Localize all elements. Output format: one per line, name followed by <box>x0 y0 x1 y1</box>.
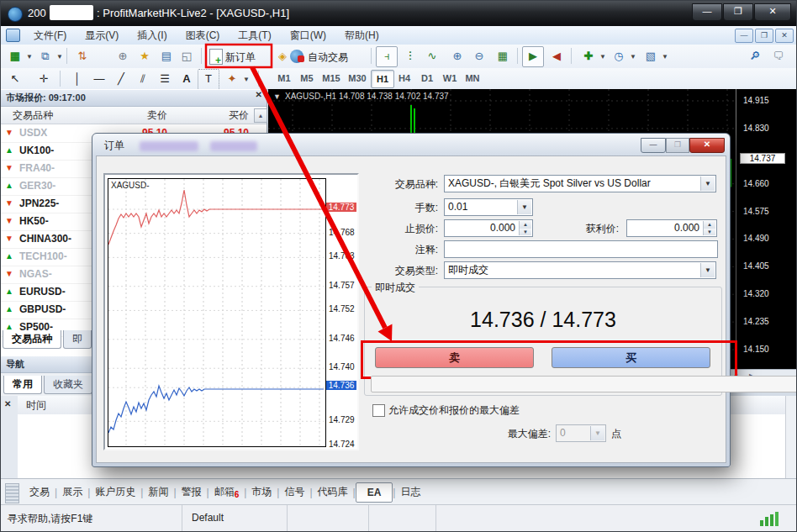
timeframe-M15[interactable]: M15 <box>319 70 344 87</box>
column-symbol[interactable]: 交易品种 <box>13 108 53 123</box>
bottom-tab-日志[interactable]: 日志 <box>395 482 425 502</box>
volume-select[interactable]: 0.01 ▼ <box>444 198 533 216</box>
minimize-button[interactable]: — <box>692 3 722 21</box>
dock-grip-icon[interactable] <box>5 483 19 503</box>
line-chart-mode-icon[interactable]: ∿ <box>421 46 443 67</box>
new-order-button[interactable]: + 新订单 <box>208 46 270 66</box>
bottom-tab-新闻[interactable]: 新闻 <box>143 482 173 502</box>
shapes-dropdown-icon[interactable]: ▼ <box>243 76 250 83</box>
bar-chart-mode-icon[interactable]: ⫞ <box>376 46 398 67</box>
chart-collapse-icon[interactable]: ▼ <box>273 92 281 101</box>
chart-shift-icon[interactable]: ◀ <box>546 46 567 67</box>
timeframe-MN[interactable]: MN <box>462 70 483 87</box>
text-tool-icon[interactable]: A <box>176 69 198 90</box>
channel-tool-icon[interactable]: ⫽ <box>132 69 154 90</box>
indicators-icon[interactable]: ✚ <box>578 46 599 67</box>
market-watch-close-icon[interactable]: ✕ <box>256 90 262 99</box>
timeframe-M5[interactable]: M5 <box>296 70 318 87</box>
volume-dropdown-icon[interactable]: ▼ <box>517 200 531 214</box>
stop-loss-input[interactable]: 0.000 ▲▼ <box>444 219 533 237</box>
bottom-tab-交易[interactable]: 交易 <box>24 482 55 502</box>
templates-icon[interactable]: ▧ <box>640 46 662 67</box>
buy-button[interactable]: 买 <box>552 347 710 368</box>
order-type-dropdown-icon[interactable]: ▼ <box>700 263 715 277</box>
terminal-close-icon[interactable]: ✕ <box>4 399 11 408</box>
scroll-up-icon[interactable]: ▲ <box>254 108 267 123</box>
zoom-out-icon[interactable]: ⊖ <box>468 46 490 67</box>
cursor-tool-icon[interactable]: ↖ <box>4 69 26 90</box>
new-chart-dropdown-icon[interactable]: ▼ <box>26 53 33 61</box>
profiles-dropdown-icon[interactable]: ▼ <box>56 53 63 61</box>
periods-dropdown-icon[interactable]: ▼ <box>630 53 636 61</box>
zoom-in-icon[interactable]: ⊕ <box>446 46 468 67</box>
crosshair-target-icon[interactable]: ⊕ <box>112 46 134 67</box>
bottom-tab-代码库[interactable]: 代码库 <box>313 482 353 502</box>
symbol-dropdown-icon[interactable]: ▼ <box>700 176 715 191</box>
take-profit-spinner[interactable]: ▲▼ <box>703 221 715 235</box>
symbol-select[interactable]: XAGUSD-, 白银美元 Spot Silver vs US Dollar ▼ <box>444 175 716 192</box>
bottom-tab-邮箱[interactable]: 邮箱6 <box>209 482 245 502</box>
maximize-button[interactable]: ❐ <box>723 3 753 21</box>
timeframe-W1[interactable]: W1 <box>439 70 461 87</box>
bottom-tab-市场[interactable]: 市场 <box>246 482 277 502</box>
menu-item[interactable]: 文件(F) <box>24 29 76 43</box>
search-icon[interactable]: 🔎︎ <box>744 46 766 67</box>
timeframe-M30[interactable]: M30 <box>345 70 370 87</box>
close-button[interactable]: ✕ <box>754 3 791 21</box>
take-profit-input[interactable]: 0.000 ▲▼ <box>626 219 717 237</box>
child-restore-button[interactable]: ❐ <box>755 29 773 43</box>
tile-windows-icon[interactable]: ▦ <box>492 46 514 67</box>
favorites-folder-icon[interactable]: ★ <box>134 46 156 67</box>
bottom-tab-账户历史[interactable]: 账户历史 <box>90 482 140 502</box>
data-window-icon[interactable]: ◱ <box>176 46 198 67</box>
menu-item[interactable]: 显示(V) <box>76 29 128 43</box>
terminal-scrollbar[interactable] <box>785 396 797 478</box>
bottom-tab-警报[interactable]: 警报 <box>177 482 207 502</box>
menu-item[interactable]: 工具(T) <box>229 29 280 43</box>
tick-chart-icon[interactable]: ⇅ <box>71 46 93 67</box>
timeframe-H1[interactable]: H1 <box>371 70 394 88</box>
menu-item[interactable]: 图表(C) <box>177 29 230 43</box>
new-chart-icon[interactable]: ▦ <box>4 46 26 67</box>
periods-clock-icon[interactable]: ◷ <box>608 46 630 67</box>
bottom-tab-展示[interactable]: 展示 <box>57 482 87 502</box>
stop-loss-spinner[interactable]: ▲▼ <box>519 221 531 235</box>
market-watch-panel-icon[interactable]: ▤ <box>156 46 177 67</box>
dialog-close-button[interactable]: ✕ <box>689 138 725 153</box>
horizontal-line-tool-icon[interactable]: — <box>88 69 110 90</box>
dialog-minimize-button[interactable]: — <box>641 138 666 153</box>
fibonacci-tool-icon[interactable]: ☰ <box>154 69 176 90</box>
comment-input[interactable] <box>444 240 718 258</box>
child-window-icon[interactable] <box>6 29 20 42</box>
candlestick-mode-icon[interactable]: ᎒ <box>399 46 421 67</box>
terminal-time-column[interactable]: 时间 <box>26 398 46 413</box>
crosshair-tool-icon[interactable]: ✛ <box>33 69 55 90</box>
text-label-tool-icon[interactable]: T <box>198 69 219 90</box>
profiles-icon[interactable]: ⧉ <box>34 46 56 67</box>
sell-button[interactable]: 卖 <box>375 347 534 368</box>
templates-dropdown-icon[interactable]: ▼ <box>662 53 668 61</box>
bottom-tab-EA[interactable]: EA <box>356 482 393 503</box>
chat-icon[interactable]: 🗨︎ <box>768 46 789 67</box>
vertical-line-tool-icon[interactable]: │ <box>66 69 88 90</box>
timeframe-M1[interactable]: M1 <box>273 70 295 87</box>
trendline-tool-icon[interactable]: ╱ <box>110 69 132 90</box>
menu-item[interactable]: 插入(I) <box>128 29 176 43</box>
timeframe-H4[interactable]: H4 <box>393 70 415 87</box>
bottom-tab-信号[interactable]: 信号 <box>279 482 309 502</box>
auto-scroll-icon[interactable]: ▶ <box>522 46 544 67</box>
column-sell[interactable]: 卖价 <box>102 108 167 123</box>
market-watch-tab[interactable]: 交易品种 <box>3 330 61 349</box>
order-type-select[interactable]: 即时成交 ▼ <box>444 261 716 279</box>
shapes-tool-icon[interactable]: ✦ <box>221 69 243 90</box>
column-buy[interactable]: 买价 <box>173 108 249 123</box>
navigator-tab[interactable]: 收藏夹 <box>44 376 92 394</box>
menu-item[interactable]: 窗口(W) <box>281 29 335 43</box>
deviation-checkbox[interactable] <box>372 404 385 417</box>
market-watch-tab[interactable]: 即 <box>63 330 92 349</box>
menu-item[interactable]: 帮助(H) <box>335 29 388 43</box>
timeframe-D1[interactable]: D1 <box>416 70 438 87</box>
max-deviation-select[interactable]: 0 ▼ <box>556 424 606 442</box>
indicators-dropdown-icon[interactable]: ▼ <box>599 53 606 61</box>
navigator-tab[interactable]: 常用 <box>3 376 42 394</box>
